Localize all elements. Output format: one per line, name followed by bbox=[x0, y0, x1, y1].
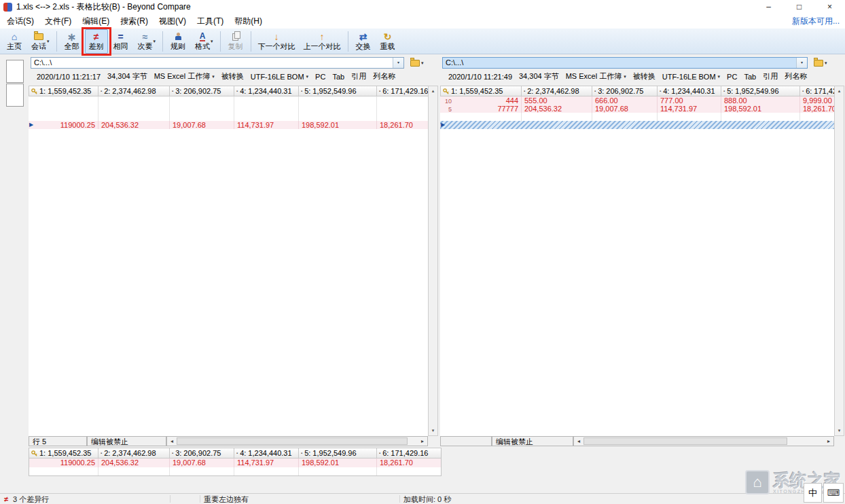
maximize-button[interactable]: □ bbox=[784, 0, 814, 14]
table-row[interactable] bbox=[29, 113, 428, 121]
column-header[interactable]: ▪5: 1,952,549.96 bbox=[299, 86, 377, 96]
right-browse-button[interactable]: ▾ bbox=[811, 57, 830, 69]
sessions-button[interactable]: 会话 ▾ bbox=[27, 29, 53, 54]
column-header[interactable]: ▪3: 206,902.75 bbox=[170, 86, 234, 96]
right-horizontal-scrollbar[interactable]: ◂ ▸ bbox=[573, 436, 834, 446]
right-path-combobox[interactable]: C:\...\ ▾ bbox=[442, 57, 808, 69]
grid-cell[interactable]: 204,536.32 bbox=[98, 458, 170, 467]
minor-differences-button[interactable]: ≈次要 ▾ bbox=[134, 29, 160, 54]
column-header[interactable]: ▪4: 1,234,440.31 bbox=[658, 86, 721, 96]
grid-cell[interactable]: 19,007.68 bbox=[170, 458, 234, 467]
left-path-combobox[interactable]: C:\...\ ▾ bbox=[31, 57, 404, 69]
grid-cell[interactable]: 666.00 bbox=[592, 96, 658, 105]
menu-item-view[interactable]: 视图(V) bbox=[154, 14, 192, 29]
table-row[interactable]: 5 77777 204,536.32 19,007.68 114,731.97 … bbox=[440, 105, 834, 113]
grid-cell[interactable]: 444 bbox=[454, 96, 522, 105]
combo-dropdown-icon[interactable]: ▾ bbox=[393, 58, 403, 68]
close-button[interactable]: × bbox=[814, 0, 845, 14]
grid-cell[interactable]: 198,592.01 bbox=[299, 121, 377, 129]
ime-keyboard-button[interactable]: ⌨ bbox=[823, 483, 844, 503]
missing-row-placeholder[interactable]: ▶ bbox=[440, 121, 834, 129]
scroll-up-button[interactable]: ▴ bbox=[835, 86, 844, 96]
column-header[interactable]: ▪5: 1,952,549.96 bbox=[299, 448, 377, 458]
column-header[interactable]: ▪6: 171,429.16 bbox=[377, 448, 442, 458]
grid-cell[interactable]: 198,592.01 bbox=[299, 458, 377, 467]
grid-cell[interactable]: 204,536.32 bbox=[522, 105, 592, 113]
copy-button[interactable]: 复制 bbox=[224, 29, 247, 54]
column-header[interactable]: ▪6: 171,429.16 bbox=[377, 86, 428, 96]
scroll-down-button[interactable]: ▾ bbox=[835, 426, 844, 435]
update-available-link[interactable]: 新版本可用... bbox=[792, 16, 840, 27]
file-format-dropdown[interactable]: MS Excel 工作簿▾ bbox=[566, 71, 626, 82]
grid-cell[interactable]: 19,007.68 bbox=[170, 121, 234, 129]
scroll-down-button[interactable]: ▾ bbox=[429, 426, 437, 435]
previous-difference-button[interactable]: ↑上一个对比 bbox=[300, 29, 344, 54]
ime-lang-button[interactable]: 中 bbox=[804, 483, 822, 503]
column-header[interactable]: 1: 1,559,452.35 bbox=[29, 86, 98, 96]
grid-cell[interactable]: 119000.25 bbox=[29, 458, 98, 467]
next-difference-button[interactable]: ↓下一个对比 bbox=[255, 29, 299, 54]
column-header[interactable]: ▪3: 206,902.75 bbox=[170, 448, 234, 458]
grid-cell[interactable]: 114,731.97 bbox=[234, 121, 299, 129]
summary-right-row[interactable] bbox=[29, 467, 442, 476]
column-header[interactable]: 1: 1,559,452.35 bbox=[29, 448, 98, 458]
column-header[interactable]: ▪4: 1,234,440.31 bbox=[234, 448, 299, 458]
column-header[interactable]: ▪2: 2,374,462.98 bbox=[522, 86, 592, 96]
grid-cell[interactable]: 9,999.00 bbox=[800, 96, 834, 105]
home-button[interactable]: ⌂主页 bbox=[3, 29, 26, 54]
swap-sides-button[interactable]: ⇄交换 bbox=[352, 29, 375, 54]
column-header[interactable]: ▪6: 171,429.16 bbox=[800, 86, 834, 96]
menu-item-search[interactable]: 搜索(R) bbox=[115, 14, 154, 29]
menu-item-tools[interactable]: 工具(T) bbox=[192, 14, 229, 29]
grid-cell[interactable]: 204,536.32 bbox=[98, 121, 170, 129]
thumbnail-page-1[interactable] bbox=[6, 60, 24, 83]
show-same-button[interactable]: =相同 bbox=[109, 29, 132, 54]
right-vertical-scrollbar[interactable]: ▴ ▾ bbox=[834, 86, 844, 436]
left-browse-button[interactable]: ▾ bbox=[408, 57, 427, 69]
menu-item-help[interactable]: 帮助(H) bbox=[229, 14, 268, 29]
column-header[interactable]: ▪2: 2,374,462.98 bbox=[98, 448, 170, 458]
encoding-dropdown[interactable]: UTF-16LE BOM▾ bbox=[251, 73, 308, 81]
scroll-right-button[interactable]: ▸ bbox=[824, 437, 833, 446]
file-format-dropdown[interactable]: MS Excel 工作簿▾ bbox=[154, 71, 215, 82]
table-row[interactable]: ▶ 119000.25 204,536.32 19,007.68 114,731… bbox=[29, 121, 428, 129]
table-row[interactable]: 10 444 555.00 666.00 777.00 888.00 9,999… bbox=[440, 96, 834, 105]
minimize-button[interactable]: – bbox=[753, 0, 784, 14]
grid-cell[interactable]: 119000.25 bbox=[41, 121, 98, 129]
column-header[interactable]: 1: 1,559,452.35 bbox=[440, 86, 522, 96]
scroll-right-button[interactable]: ▸ bbox=[418, 437, 427, 446]
column-header[interactable]: ▪5: 1,952,549.96 bbox=[721, 86, 800, 96]
encoding-dropdown[interactable]: UTF-16LE BOM▾ bbox=[662, 73, 720, 81]
show-all-button[interactable]: ∗全部 bbox=[60, 29, 84, 54]
table-row[interactable] bbox=[29, 96, 428, 105]
reload-button[interactable]: ↻重载 bbox=[376, 29, 399, 54]
grid-cell[interactable]: 77777 bbox=[454, 105, 522, 113]
format-button[interactable]: A格式 ▾ bbox=[191, 29, 217, 54]
scroll-left-button[interactable]: ◂ bbox=[167, 437, 177, 446]
column-header[interactable]: ▪2: 2,374,462.98 bbox=[98, 86, 170, 96]
table-row[interactable] bbox=[29, 105, 428, 113]
grid-cell[interactable]: 18,261.70 bbox=[377, 458, 442, 467]
scroll-thumb[interactable] bbox=[177, 437, 408, 445]
rules-button[interactable]: 规则 bbox=[166, 29, 190, 54]
grid-cell[interactable]: 198,592.01 bbox=[721, 105, 800, 113]
left-horizontal-scrollbar[interactable]: ◂ ▸ bbox=[166, 436, 428, 446]
combo-dropdown-icon[interactable]: ▾ bbox=[796, 58, 807, 68]
grid-cell[interactable]: 777.00 bbox=[658, 96, 721, 105]
grid-cell[interactable]: 114,731.97 bbox=[234, 458, 299, 467]
column-header[interactable]: ▪3: 206,902.75 bbox=[592, 86, 658, 96]
menu-item-edit[interactable]: 编辑(E) bbox=[77, 14, 115, 29]
grid-cell[interactable]: 114,731.97 bbox=[658, 105, 721, 113]
column-header[interactable]: ▪4: 1,234,440.31 bbox=[234, 86, 299, 96]
left-vertical-scrollbar[interactable]: ▴ ▾ bbox=[428, 86, 438, 436]
grid-cell[interactable]: 555.00 bbox=[522, 96, 592, 105]
grid-cell[interactable]: 888.00 bbox=[721, 96, 800, 105]
grid-cell[interactable]: 18,261.70 bbox=[800, 105, 834, 113]
scroll-thumb[interactable] bbox=[583, 437, 787, 445]
thumbnail-page-2[interactable] bbox=[6, 84, 24, 107]
menu-item-file[interactable]: 文件(F) bbox=[39, 14, 77, 29]
menu-item-session[interactable]: 会话(S) bbox=[1, 14, 39, 29]
show-differences-button[interactable]: ≠差别 bbox=[85, 29, 108, 54]
grid-cell[interactable]: 19,007.68 bbox=[592, 105, 658, 113]
scroll-up-button[interactable]: ▴ bbox=[429, 86, 437, 96]
